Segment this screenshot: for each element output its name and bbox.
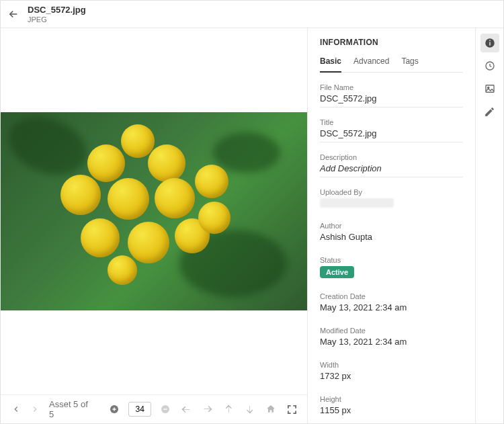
plus-circle-icon: [109, 404, 120, 415]
panel-title: INFORMATION: [320, 38, 463, 47]
label-uploaded-by: Uploaded By: [320, 188, 463, 196]
pan-up-button[interactable]: [221, 402, 235, 417]
arrow-right-icon: [202, 404, 213, 415]
image-canvas[interactable]: [1, 28, 307, 394]
svg-rect-6: [486, 85, 494, 93]
arrow-up-icon: [223, 404, 234, 415]
svg-rect-4: [489, 40, 491, 42]
value-height: 1155 px: [320, 405, 463, 419]
value-filename: DSC_5572.jpg: [320, 93, 463, 108]
label-description: Description: [320, 153, 463, 161]
title-block: DSC_5572.jpg JPEG: [28, 5, 86, 24]
tab-advanced[interactable]: Advanced: [353, 56, 389, 72]
info-icon: [484, 37, 496, 49]
info-tabs: Basic Advanced Tags: [320, 56, 463, 73]
value-author: Ashish Gupta: [320, 232, 463, 245]
label-height: Height: [320, 395, 463, 403]
rail-history-button[interactable]: [480, 56, 499, 75]
prev-asset-button[interactable]: [9, 402, 24, 417]
arrow-down-icon: [245, 404, 255, 415]
info-panel: INFORMATION Basic Advanced Tags File Nam…: [307, 28, 475, 423]
value-modified-date: May 13, 2021 2:34 am: [320, 337, 463, 350]
zoom-out-button[interactable]: [158, 402, 172, 417]
fullscreen-icon: [287, 405, 297, 415]
label-author: Author: [320, 222, 463, 230]
label-status: Status: [320, 256, 463, 264]
value-description[interactable]: Add Description: [320, 163, 463, 177]
right-rail: [475, 28, 503, 423]
label-modified-date: Modified Date: [320, 327, 463, 335]
value-creation-date: May 13, 2021 2:34 am: [320, 302, 463, 316]
zoom-input[interactable]: [128, 402, 151, 417]
label-creation-date: Creation Date: [320, 292, 463, 300]
pan-down-button[interactable]: [243, 402, 257, 417]
rail-renditions-button[interactable]: [480, 79, 499, 98]
pencil-icon: [484, 106, 495, 118]
header-bar: DSC_5572.jpg JPEG: [1, 1, 503, 28]
chevron-right-icon: [30, 405, 40, 414]
image-preview: [1, 112, 307, 310]
header-filename: DSC_5572.jpg: [28, 5, 86, 15]
image-viewer: Asset 5 of 5: [1, 28, 307, 423]
pan-right-button[interactable]: [200, 402, 214, 417]
status-badge: Active: [320, 266, 354, 278]
svg-rect-3: [489, 42, 491, 46]
label-filename: File Name: [320, 83, 463, 91]
pan-left-button[interactable]: [179, 402, 194, 417]
rail-info-button[interactable]: [480, 34, 499, 52]
minus-circle-icon: [160, 404, 171, 415]
value-uploaded-by: [320, 198, 394, 208]
arrow-left-icon: [7, 8, 19, 20]
value-width: 1732 px: [320, 371, 463, 384]
clock-icon: [484, 60, 496, 72]
value-title[interactable]: DSC_5572.jpg: [320, 128, 463, 142]
zoom-in-button[interactable]: [108, 402, 122, 417]
home-icon: [265, 404, 276, 415]
next-asset-button[interactable]: [28, 402, 42, 417]
rail-edit-button[interactable]: [480, 102, 499, 121]
fullscreen-button[interactable]: [285, 402, 299, 417]
asset-position-label: Asset 5 of 5: [49, 399, 94, 419]
chevron-left-icon: [11, 405, 21, 414]
arrow-left-icon: [181, 404, 192, 415]
tab-tags[interactable]: Tags: [401, 56, 418, 72]
header-filetype: JPEG: [28, 15, 86, 24]
back-button[interactable]: [7, 8, 19, 20]
tab-basic[interactable]: Basic: [320, 56, 341, 73]
image-icon: [484, 83, 496, 95]
label-width: Width: [320, 361, 463, 369]
viewer-footer: Asset 5 of 5: [1, 394, 307, 423]
reset-zoom-button[interactable]: [263, 402, 278, 417]
label-title: Title: [320, 118, 463, 126]
